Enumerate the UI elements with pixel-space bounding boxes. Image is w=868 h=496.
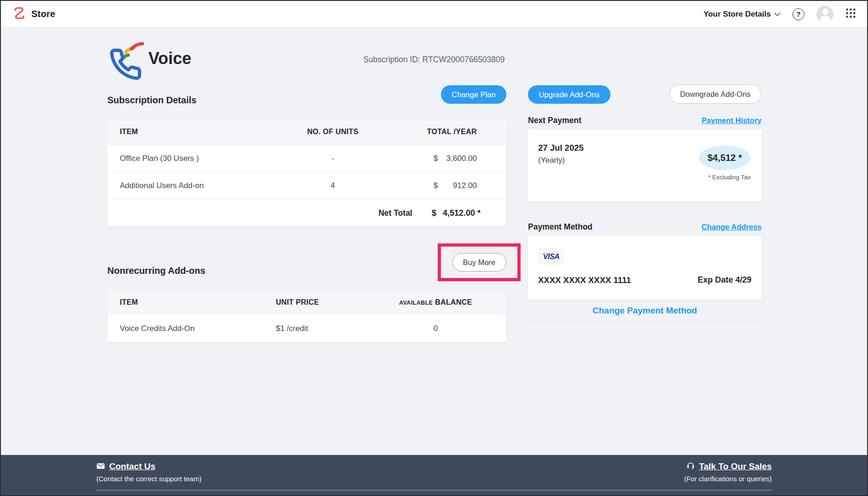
subscription-id: Subscription ID: RTCW2000766503809 [300,55,568,65]
contact-us-block: Contact Us (Contact the correct support … [96,461,201,483]
top-bar: Store Your Store Details ? [1,1,867,28]
talk-to-sales-note: (For clarifications or queries) [684,475,772,483]
card-expiry: Exp Date 4/29 [698,275,751,285]
user-avatar[interactable] [816,6,833,23]
col-item: ITEM [107,128,279,136]
subscription-details-heading: Subscription Details [107,95,196,106]
addon-name: Voice Credits Add-On [107,324,275,333]
table-header-row: ITEM UNIT PRICE AVAILABLE BALANCE [107,290,506,314]
next-payment-date: 27 Jul 2025 [538,143,584,153]
change-payment-method-link[interactable]: Change Payment Method [528,300,762,321]
downgrade-addons-button[interactable]: Downgrade Add-Ons [669,84,761,104]
store-details-label: Your Store Details [704,10,771,19]
payment-history-link[interactable]: Payment History [666,116,762,125]
item-units: - [279,154,387,163]
buy-more-button[interactable]: Buy More [452,253,506,272]
payment-method-heading: Payment Method [528,222,592,232]
item-total: $3,600.00 [387,154,506,163]
net-total-value: 4,512.00 * [443,208,481,218]
chevron-down-icon [774,10,780,19]
app-window: Store Your Store Details ? [0,0,868,496]
apps-grid-icon[interactable] [845,8,856,20]
col-total: TOTAL /YEAR [387,128,506,136]
change-plan-button[interactable]: Change Plan [441,85,506,104]
billing-cycle: (Yearly) [538,156,565,165]
change-address-link[interactable]: Change Address [666,223,762,231]
talk-to-sales-block: Talk To Our Sales (For clarifications or… [684,461,772,483]
envelope-icon [96,461,105,472]
col-units: NO. OF UNITS [279,128,387,136]
next-payment-heading: Next Payment [528,116,581,125]
top-bar-right: Your Store Details ? [704,6,856,23]
footer-divider [96,490,772,490]
headset-icon [686,461,695,472]
item-name: Additional Users Add-on [107,181,279,190]
net-total-row: Net Total $4,512.00 * [107,199,506,226]
addon-balance: 0 [379,324,506,333]
next-payment-amount-badge: $4,512 * [699,146,751,170]
item-name: Office Plan (30 Users ) [107,154,279,163]
item-total: $912.00 [387,181,506,190]
col-available-balance: AVAILABLE BALANCE [379,298,506,307]
store-details-dropdown[interactable]: Your Store Details [704,10,780,19]
upgrade-addons-button[interactable]: Upgrade Add-Ons [528,85,610,104]
payment-method-card: VISA XXXX XXXX XXXX 1111 Exp Date 4/29 C… [528,236,762,321]
page-title: Voice [148,49,191,68]
next-payment-card: 27 Jul 2025 (Yearly) $4,512 * * Excludin… [528,130,762,201]
table-row: Voice Credits Add-On $1 /credit 0 [107,314,506,342]
nonrecurring-table: ITEM UNIT PRICE AVAILABLE BALANCE Voice … [107,290,506,342]
brand[interactable]: Store [12,6,55,23]
help-icon[interactable]: ? [792,8,804,20]
buy-more-highlight-box: Buy More [438,243,521,281]
contact-us-note: (Contact the correct support team) [96,475,201,483]
excluding-tax-note: * Excluding Tax [708,174,751,181]
zoho-logo-icon [12,6,26,23]
nonrecurring-heading: Nonrecurring Add-ons [107,266,205,276]
visa-logo: VISA [538,248,564,265]
table-header-row: ITEM NO. OF UNITS TOTAL /YEAR [107,119,506,145]
voice-product-icon [106,41,147,83]
contact-us-link[interactable]: Contact Us [96,461,201,472]
subscription-details-table: ITEM NO. OF UNITS TOTAL /YEAR Office Pla… [107,119,506,226]
net-total-label: Net Total [378,208,412,218]
page-footer: Contact Us (Contact the correct support … [1,455,867,496]
table-row: Additional Users Add-on 4 $912.00 [107,172,506,199]
talk-to-sales-link[interactable]: Talk To Our Sales [684,461,772,472]
table-row: Office Plan (30 Users ) - $3,600.00 [107,145,506,172]
card-number: XXXX XXXX XXXX 1111 [538,275,631,285]
addon-price: $1 /credit [275,324,379,333]
col-unit-price: UNIT PRICE [275,298,379,307]
item-units: 4 [279,181,387,190]
col-item: ITEM [107,298,275,307]
brand-name: Store [31,9,55,19]
